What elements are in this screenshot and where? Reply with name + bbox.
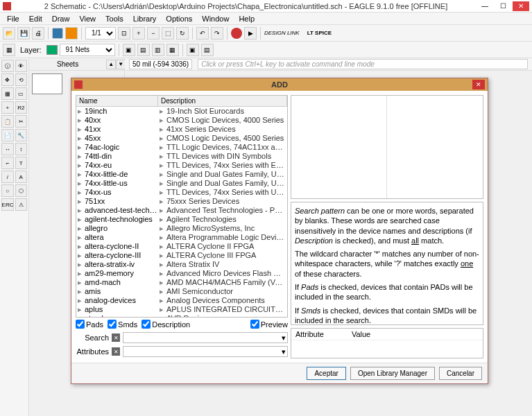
library-row[interactable]: ▸amis▸AMI Semiconductor [76, 287, 287, 296]
cancel-button[interactable]: Cancelar [439, 367, 482, 380]
tool-icon-5[interactable]: ▭ [15, 87, 28, 100]
library-row[interactable]: ▸aplus▸APLUS INTEGRATED CIRCUITS INC. [76, 305, 287, 314]
layer-swatch[interactable] [46, 45, 58, 55]
pads-checkbox[interactable]: Pads [76, 320, 103, 329]
view-mode2-icon[interactable]: ▤ [137, 44, 150, 56]
library-row[interactable]: ▸altera-cyclone-III▸ALTERA Cyclone III F… [76, 251, 287, 260]
undo-icon[interactable]: ↶ [196, 27, 209, 40]
tool-icon-19[interactable]: ⬡ [15, 184, 28, 197]
library-row[interactable]: ▸40xx▸CMOS Logic Devices, 4000 Series [76, 116, 287, 125]
ulp-icon[interactable] [65, 27, 78, 40]
library-row[interactable]: ▸analog-devices▸Analog Devices Component… [76, 296, 287, 305]
view-mode1-icon[interactable]: ▣ [123, 44, 135, 56]
tool-icon-9[interactable]: ✂ [15, 115, 28, 128]
library-row[interactable]: ▸74xx-little-us▸Single and Dual Gates Fa… [76, 179, 287, 188]
stop-icon[interactable] [231, 28, 242, 39]
open-icon[interactable]: 📂 [3, 27, 15, 40]
tool-icon-0[interactable]: ⓘ [1, 60, 14, 72]
zoom-fit-icon[interactable]: ⊡ [118, 27, 130, 40]
minimize-button[interactable]: — [477, 1, 493, 11]
dialog-close-button[interactable]: ✕ [472, 80, 485, 89]
tool-icon-14[interactable]: ⌐ [1, 157, 14, 169]
grid-icon[interactable]: ▦ [3, 44, 15, 56]
col-name[interactable]: Name [76, 96, 158, 106]
menu-help[interactable]: Help [234, 14, 259, 24]
library-list[interactable]: Name Description ▸19inch▸19-Inch Slot Eu… [76, 95, 288, 318]
library-row[interactable]: ▸am29-memory▸Advanced Micro Devices Flas… [76, 269, 287, 278]
tool-icon-4[interactable]: ▦ [1, 87, 14, 100]
preview-checkbox[interactable]: Preview [250, 320, 288, 329]
library-row[interactable]: ▸advanced-test-technologies▸Advanced Tes… [76, 206, 287, 215]
tool-icon-3[interactable]: ⟲ [15, 73, 28, 86]
tool-icon-17[interactable]: A [15, 171, 28, 183]
print-icon[interactable]: 🖨 [32, 27, 44, 40]
library-row[interactable]: ▸74xx-eu▸TTL Devices, 74xx Series with E… [76, 161, 287, 170]
view-mode4-icon[interactable]: ▦ [166, 44, 179, 56]
save-icon[interactable]: 💾 [17, 27, 30, 40]
menu-library[interactable]: Library [129, 14, 161, 24]
maximize-button[interactable]: ☐ [495, 1, 511, 11]
attribute-table[interactable]: AttributeValue [291, 328, 483, 358]
library-row[interactable]: ▸74ac-logic▸TTL Logic Devices, 74AC11xx … [76, 143, 287, 152]
library-row[interactable]: ▸74xx-little-de▸Single and Dual Gates Fa… [76, 170, 287, 179]
zoom-combo[interactable]: 1/1 [85, 27, 116, 40]
tool-icon-12[interactable]: ↔ [1, 143, 14, 155]
library-row[interactable]: ▸amd-mach▸AMD MACH4/MACH5 Family (Vantis… [76, 278, 287, 287]
zoom-in-icon[interactable]: + [132, 27, 145, 40]
close-button[interactable]: ✕ [513, 1, 529, 11]
tool-icon-13[interactable]: ↕ [15, 143, 28, 155]
sheet-up-icon[interactable]: ▲ [106, 60, 116, 69]
menu-window[interactable]: Window [198, 14, 233, 24]
command-line[interactable]: Click or press Ctrl+L key to activate co… [198, 59, 528, 69]
library-row[interactable]: ▸74ttl-din▸TTL Devices with DIN Symbols [76, 152, 287, 161]
redraw-icon[interactable]: ↻ [176, 27, 189, 40]
tool-icon-2[interactable]: ✥ [1, 73, 14, 86]
sheet-thumbnail[interactable] [32, 73, 62, 94]
menu-options[interactable]: Options [162, 14, 196, 24]
view-tile2-icon[interactable]: ▤ [201, 44, 214, 56]
tool-icon-20[interactable]: ERC [1, 198, 14, 211]
library-row[interactable]: ▸altera-stratix-iv▸Altera Stratix IV [76, 260, 287, 269]
ltspice-label[interactable]: LT SPICE [307, 30, 332, 36]
redo-icon[interactable]: ↷ [211, 27, 223, 40]
smds-checkbox[interactable]: Smds [108, 320, 137, 329]
library-row[interactable]: ▸45xx▸CMOS Logic Devices, 4500 Series [76, 134, 287, 143]
design-link-label[interactable]: DESIGN LINK [264, 30, 300, 36]
description-checkbox[interactable]: Description [141, 320, 190, 329]
menu-tools[interactable]: Tools [101, 14, 128, 24]
menu-edit[interactable]: Edit [25, 14, 46, 24]
search-input[interactable]: ▾ [123, 332, 288, 343]
zoom-out-icon[interactable]: − [147, 27, 160, 40]
attributes-input[interactable]: ▾ [123, 346, 288, 357]
attributes-clear-button[interactable]: ✕ [112, 347, 120, 356]
library-row[interactable]: ▸41xx▸41xx Series Devices [76, 125, 287, 134]
ok-button[interactable]: Aceptar [307, 367, 345, 380]
library-row[interactable]: ▸altera▸Altera Programmable Logic Device… [76, 233, 287, 242]
library-row[interactable]: ▸751xx▸75xxx Series Devices [76, 197, 287, 206]
library-row[interactable]: ▸agilent-technologies▸Agilent Technologi… [76, 215, 287, 224]
zoom-select-icon[interactable]: ⬚ [162, 27, 174, 40]
open-library-manager-button[interactable]: Open Library Manager [350, 367, 435, 380]
library-row[interactable]: ▸19inch▸19-Inch Slot Eurocards [76, 107, 287, 116]
tool-icon-8[interactable]: 📋 [1, 115, 14, 128]
tool-icon-6[interactable]: + [1, 101, 14, 114]
library-row[interactable]: ▸altera-cyclone-II▸ALTERA Cyclone II FPG… [76, 242, 287, 251]
tool-icon-18[interactable]: ○ [1, 184, 14, 197]
scr-icon[interactable] [52, 28, 63, 39]
go-icon[interactable]: ▶ [244, 27, 257, 40]
col-desc[interactable]: Description [158, 96, 287, 106]
library-row[interactable]: ▸allegro▸Allegro MicroSystems, Inc [76, 224, 287, 233]
view-mode3-icon[interactable]: ▥ [152, 44, 164, 56]
tool-icon-11[interactable]: 🔧 [15, 129, 28, 141]
view-tile1-icon[interactable]: ▣ [187, 44, 199, 56]
search-clear-button[interactable]: ✕ [112, 333, 120, 342]
layer-combo[interactable]: 91 Nets [60, 44, 115, 56]
tool-icon-7[interactable]: R2 [15, 101, 28, 114]
tool-icon-21[interactable]: ⚠ [15, 198, 27, 211]
menu-view[interactable]: View [75, 14, 100, 24]
menu-draw[interactable]: Draw [48, 14, 74, 24]
tool-icon-1[interactable]: 👁 [15, 60, 28, 72]
tool-icon-16[interactable]: / [1, 171, 14, 183]
library-row[interactable]: ▸74xx-us▸TTL Devices, 74xx Series with U… [76, 188, 287, 197]
menu-file[interactable]: File [3, 14, 24, 24]
